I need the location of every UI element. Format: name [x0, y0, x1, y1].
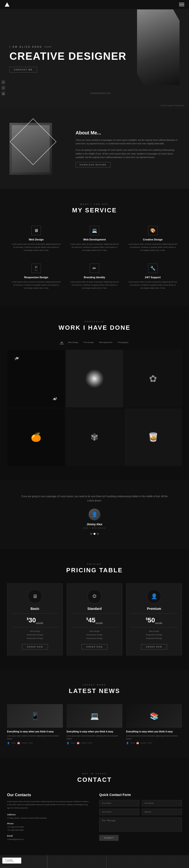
side-social-fb[interactable]: f — [1, 80, 5, 84]
service-item: 🔧 24/7 Support Lorem ipsum dolor sit ame… — [126, 261, 180, 292]
pricing-icon-standard: ⚙ — [87, 589, 102, 603]
news-thumb-img-1: 💻 — [67, 704, 122, 728]
side-social-tw[interactable]: t — [1, 86, 5, 90]
calendar-icon: 📅 — [17, 742, 20, 744]
portfolio-item-feathers[interactable] — [7, 350, 65, 407]
download-resume-btn[interactable]: DOWNLOAD RESUME — [75, 162, 111, 167]
hero-section: I AM ALIZA ANNE CREATIVE DESIGNER CONTAC… — [0, 0, 189, 108]
contact-section: Get In Touch CONTACT Our Contacts Lorem … — [0, 758, 189, 855]
nav-logo[interactable] — [5, 2, 9, 7]
pricing-feat-2-1: Responsive Design — [130, 634, 178, 636]
pricing-icon-basic: 🖥 — [28, 589, 42, 603]
pricing-order-btn-2[interactable]: ORDER NOW — [141, 644, 167, 650]
portfolio-section: Portfolio WORK I HAVE DONE All Web Desig… — [0, 306, 189, 480]
contact-name-input[interactable] — [99, 800, 139, 806]
map-svg — [0, 855, 189, 868]
thumb-white-flowers — [66, 408, 123, 466]
portfolio-item-powder[interactable] — [66, 350, 123, 407]
pricing-divider — [71, 627, 118, 627]
portfolio-item-orange[interactable] — [7, 408, 65, 466]
contact-label: Get In Touch — [7, 773, 182, 775]
pricing-feat-0-0: Web Design — [11, 630, 59, 632]
about-image-wrap — [9, 123, 66, 175]
side-social-gp[interactable]: g — [1, 92, 5, 95]
service-icon-support: 🔧 — [148, 264, 158, 273]
contact-phone-label: Phone — [7, 823, 90, 825]
services-section: What I Can Do? MY SERVICE 🖥 Web Design L… — [0, 189, 189, 306]
contact-desc: Lorem ipsum dolor sit amet consectetur a… — [7, 800, 90, 810]
testimonial-text: If you are going to use a passage of Lor… — [19, 494, 170, 503]
news-date-2: October 7 2015 — [140, 742, 152, 744]
contact-left: Our Contacts Lorem ipsum dolor sit amet … — [7, 793, 90, 841]
filter-print[interactable]: Print Design — [83, 341, 95, 344]
contact-inner: Our Contacts Lorem ipsum dolor sit amet … — [7, 793, 182, 841]
filter-photography[interactable]: Photography — [117, 341, 129, 344]
news-date-1: October 7 2015 — [81, 742, 92, 744]
news-meta-0: 👤 Admin 📅 October 7 2015 — [7, 742, 63, 744]
pricing-feat-1-0: Web Design — [71, 630, 118, 632]
portfolio-filters: All Web Design Print Design Web Applicat… — [7, 341, 182, 344]
pricing-feat-1-2: Responsive Design — [71, 637, 118, 639]
portfolio-title: WORK I HAVE DONE — [7, 324, 182, 331]
news-title-1: Everything is easy when you think it eas… — [67, 730, 122, 733]
side-social-bar: f t g — [1, 80, 5, 95]
service-item: 🎨 Creative Design Lorem ipsum dolor sit … — [126, 223, 180, 254]
contact-submit-btn[interactable]: SUBMIT — [99, 835, 119, 841]
testimonial-role: SEO / Web Media — [19, 527, 170, 529]
pricing-order-btn-1[interactable]: ORDER NOW — [82, 644, 108, 650]
filter-web-design[interactable]: Web Design — [67, 341, 79, 344]
pricing-feat-0-2: Responsive Design — [11, 637, 59, 639]
pricing-divider — [130, 627, 178, 627]
navbar — [0, 0, 189, 9]
contact-address-input[interactable] — [142, 809, 182, 815]
contact-message-textarea[interactable] — [99, 817, 182, 832]
news-section: Latest News LATEST NEWS 📱 Everything is … — [0, 670, 189, 758]
portfolio-label: Portfolio — [7, 320, 182, 323]
filter-web-app[interactable]: Web Application — [98, 341, 114, 344]
hero-credit: Creative Designer Port Designer — [160, 105, 184, 106]
pricing-grid: 🖥 Basic $30month Web Design Responsive D… — [7, 583, 182, 656]
about-text-2: If you are going to use a passage of Lor… — [75, 148, 180, 159]
portfolio-item-flowers[interactable] — [124, 350, 182, 407]
contact-form-row-1 — [99, 800, 182, 806]
pricing-divider — [130, 613, 178, 614]
pricing-section: Pricing PRICING TABLE 🖥 Basic $30month W… — [0, 549, 189, 670]
news-thumb-img-0: 📱 — [7, 704, 63, 728]
contact-email-input[interactable] — [142, 800, 182, 806]
portfolio-item-white-flowers[interactable] — [66, 408, 123, 466]
user-icon: 👤 — [126, 742, 129, 744]
news-desc-0: Lorem ipsum dolor sit amet consectetur a… — [7, 735, 63, 740]
thumb-powder — [66, 350, 123, 407]
pricing-order-btn-0[interactable]: ORDER NOW — [22, 644, 48, 650]
dot-2[interactable] — [94, 533, 95, 535]
hero-content: I AM ALIZA ANNE CREATIVE DESIGNER CONTAC… — [9, 45, 180, 72]
news-date-0: October 7 2015 — [21, 742, 33, 744]
pricing-price-2: $50month — [130, 616, 178, 624]
hero-title: CREATIVE DESIGNER — [9, 51, 180, 62]
services-grid: 🖥 Web Design Lorem ipsum dolor sit amet … — [9, 223, 180, 292]
pricing-card-basic: 🖥 Basic $30month Web Design Responsive D… — [7, 583, 63, 656]
about-content: About Me... There are many variations of… — [75, 130, 180, 167]
dot-3[interactable] — [97, 533, 99, 535]
user-icon: 👤 — [67, 742, 69, 744]
pricing-title: PRICING TABLE — [7, 567, 182, 574]
about-section: About Me... There are many variations of… — [0, 108, 189, 189]
contact-btn[interactable]: CONTACT ME — [9, 67, 37, 72]
contact-phone-input[interactable] — [99, 809, 139, 815]
service-desc-2: Lorem ipsum dolor sit amet consectetur a… — [128, 243, 177, 252]
service-icon-web-design: 🖥 — [31, 226, 41, 235]
pricing-divider — [71, 613, 118, 614]
filter-all[interactable]: All — [60, 341, 64, 344]
pricing-feat-2-0: Web Design — [130, 630, 178, 632]
services-label: What I Can Do? — [9, 203, 180, 205]
testimonial-dots — [19, 533, 170, 535]
thumb-feathers — [7, 350, 65, 407]
service-name-1: Web Development — [70, 238, 119, 241]
portfolio-item-glass[interactable] — [124, 408, 182, 466]
hamburger-button[interactable] — [179, 3, 184, 6]
contact-title: CONTACT — [7, 776, 182, 783]
service-name-5: 24/7 Support — [128, 276, 177, 279]
dot-1[interactable] — [90, 533, 92, 535]
testimonial-avatar: 👤 — [89, 508, 100, 520]
service-icon-creative: 🎨 — [148, 226, 158, 235]
